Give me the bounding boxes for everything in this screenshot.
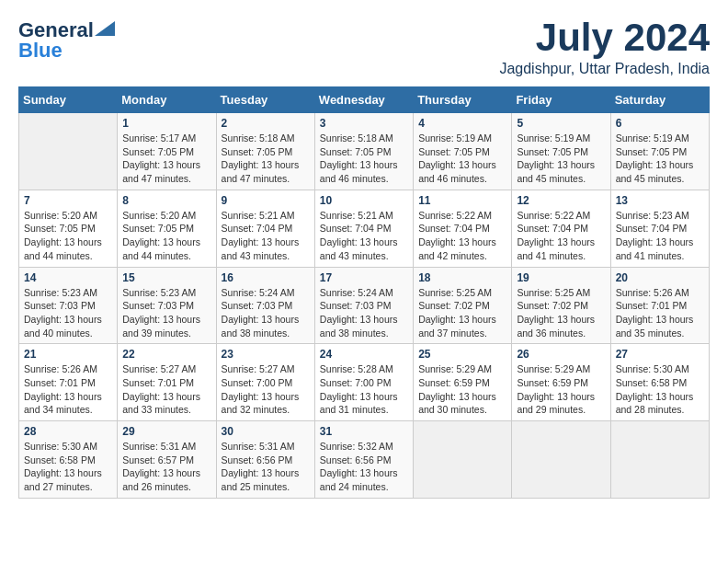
day-number: 24 [320, 348, 408, 361]
cell-w5-d5 [414, 421, 512, 499]
cell-w2-d5: 11 Sunrise: 5:22 AMSunset: 7:04 PMDaylig… [414, 190, 512, 267]
day-number: 22 [122, 348, 210, 361]
cell-w4-d3: 23 Sunrise: 5:27 AMSunset: 7:00 PMDaylig… [216, 344, 314, 421]
day-number: 31 [320, 425, 408, 438]
cell-w2-d6: 12 Sunrise: 5:22 AMSunset: 7:04 PMDaylig… [512, 190, 610, 267]
col-wednesday: Wednesday [314, 87, 413, 113]
day-info: Sunrise: 5:24 AMSunset: 7:03 PMDaylight:… [320, 287, 398, 339]
day-number: 6 [616, 117, 704, 130]
day-number: 13 [616, 194, 704, 207]
day-number: 9 [222, 194, 310, 207]
title-area: July 2024 Jagdishpur, Uttar Pradesh, Ind… [499, 18, 710, 77]
day-info: Sunrise: 5:21 AMSunset: 7:04 PMDaylight:… [320, 210, 398, 261]
week-row-4: 21 Sunrise: 5:26 AMSunset: 7:01 PMDaylig… [19, 344, 710, 421]
cell-w2-d3: 9 Sunrise: 5:21 AMSunset: 7:04 PMDayligh… [216, 190, 314, 267]
day-number: 16 [222, 271, 310, 284]
day-number: 19 [517, 271, 605, 284]
cell-w1-d3: 2 Sunrise: 5:18 AMSunset: 7:05 PMDayligh… [216, 113, 314, 190]
day-info: Sunrise: 5:26 AMSunset: 7:01 PMDaylight:… [616, 287, 694, 339]
cell-w1-d7: 6 Sunrise: 5:19 AMSunset: 7:05 PMDayligh… [610, 113, 709, 190]
day-info: Sunrise: 5:23 AMSunset: 7:03 PMDaylight:… [122, 287, 200, 339]
day-info: Sunrise: 5:19 AMSunset: 7:05 PMDaylight:… [517, 132, 595, 184]
col-sunday: Sunday [19, 87, 118, 113]
day-info: Sunrise: 5:30 AMSunset: 6:58 PMDaylight:… [24, 441, 102, 492]
cell-w3-d7: 20 Sunrise: 5:26 AMSunset: 7:01 PMDaylig… [610, 267, 709, 344]
calendar-table: Sunday Monday Tuesday Wednesday Thursday… [18, 86, 710, 499]
day-info: Sunrise: 5:24 AMSunset: 7:03 PMDaylight:… [222, 287, 300, 339]
cell-w5-d3: 30 Sunrise: 5:31 AMSunset: 6:56 PMDaylig… [216, 421, 314, 499]
cell-w4-d4: 24 Sunrise: 5:28 AMSunset: 7:00 PMDaylig… [314, 344, 413, 421]
week-row-1: 1 Sunrise: 5:17 AMSunset: 7:05 PMDayligh… [19, 113, 710, 190]
cell-w3-d2: 15 Sunrise: 5:23 AMSunset: 7:03 PMDaylig… [118, 267, 216, 344]
day-number: 25 [418, 348, 506, 361]
cell-w3-d1: 14 Sunrise: 5:23 AMSunset: 7:03 PMDaylig… [19, 267, 118, 344]
cell-w4-d2: 22 Sunrise: 5:27 AMSunset: 7:01 PMDaylig… [118, 344, 216, 421]
day-info: Sunrise: 5:25 AMSunset: 7:02 PMDaylight:… [517, 287, 595, 339]
cell-w1-d6: 5 Sunrise: 5:19 AMSunset: 7:05 PMDayligh… [512, 113, 610, 190]
location-subtitle: Jagdishpur, Uttar Pradesh, India [499, 61, 710, 77]
day-number: 8 [122, 194, 210, 207]
cell-w5-d4: 31 Sunrise: 5:32 AMSunset: 6:56 PMDaylig… [314, 421, 413, 499]
day-info: Sunrise: 5:31 AMSunset: 6:57 PMDaylight:… [122, 441, 200, 492]
svg-marker-0 [95, 21, 115, 36]
day-info: Sunrise: 5:21 AMSunset: 7:04 PMDaylight:… [222, 210, 300, 261]
day-number: 5 [517, 117, 605, 130]
day-number: 17 [320, 271, 408, 284]
week-row-3: 14 Sunrise: 5:23 AMSunset: 7:03 PMDaylig… [19, 267, 710, 344]
day-info: Sunrise: 5:28 AMSunset: 7:00 PMDaylight:… [320, 363, 398, 415]
day-info: Sunrise: 5:18 AMSunset: 7:05 PMDaylight:… [222, 132, 300, 184]
day-number: 15 [122, 271, 210, 284]
cell-w1-d2: 1 Sunrise: 5:17 AMSunset: 7:05 PMDayligh… [118, 113, 216, 190]
calendar-header-row: Sunday Monday Tuesday Wednesday Thursday… [19, 87, 710, 113]
day-number: 1 [122, 117, 210, 130]
day-info: Sunrise: 5:32 AMSunset: 6:56 PMDaylight:… [320, 441, 398, 492]
cell-w2-d1: 7 Sunrise: 5:20 AMSunset: 7:05 PMDayligh… [19, 190, 118, 267]
day-info: Sunrise: 5:27 AMSunset: 7:00 PMDaylight:… [222, 363, 300, 415]
cell-w2-d7: 13 Sunrise: 5:23 AMSunset: 7:04 PMDaylig… [610, 190, 709, 267]
logo: General Blue [18, 18, 115, 63]
day-number: 28 [24, 425, 112, 438]
day-info: Sunrise: 5:23 AMSunset: 7:03 PMDaylight:… [24, 287, 102, 339]
day-info: Sunrise: 5:18 AMSunset: 7:05 PMDaylight:… [320, 132, 398, 184]
month-year-title: July 2024 [499, 18, 710, 57]
day-info: Sunrise: 5:26 AMSunset: 7:01 PMDaylight:… [24, 363, 102, 415]
day-info: Sunrise: 5:19 AMSunset: 7:05 PMDaylight:… [616, 132, 694, 184]
cell-w4-d7: 27 Sunrise: 5:30 AMSunset: 6:58 PMDaylig… [610, 344, 709, 421]
cell-w1-d5: 4 Sunrise: 5:19 AMSunset: 7:05 PMDayligh… [414, 113, 512, 190]
day-number: 21 [24, 348, 112, 361]
day-info: Sunrise: 5:17 AMSunset: 7:05 PMDaylight:… [122, 132, 200, 184]
cell-w1-d1 [19, 113, 118, 190]
day-number: 7 [24, 194, 112, 207]
col-thursday: Thursday [414, 87, 512, 113]
day-number: 20 [616, 271, 704, 284]
day-number: 23 [222, 348, 310, 361]
day-info: Sunrise: 5:29 AMSunset: 6:59 PMDaylight:… [418, 363, 496, 415]
day-info: Sunrise: 5:23 AMSunset: 7:04 PMDaylight:… [616, 210, 694, 261]
day-number: 2 [222, 117, 310, 130]
day-info: Sunrise: 5:25 AMSunset: 7:02 PMDaylight:… [418, 287, 496, 339]
day-info: Sunrise: 5:22 AMSunset: 7:04 PMDaylight:… [517, 210, 595, 261]
col-tuesday: Tuesday [216, 87, 314, 113]
cell-w2-d2: 8 Sunrise: 5:20 AMSunset: 7:05 PMDayligh… [118, 190, 216, 267]
col-monday: Monday [118, 87, 216, 113]
day-number: 12 [517, 194, 605, 207]
day-info: Sunrise: 5:19 AMSunset: 7:05 PMDaylight:… [418, 132, 496, 184]
page-header: General Blue July 2024 Jagdishpur, Uttar… [18, 18, 710, 77]
cell-w5-d7 [610, 421, 709, 499]
logo-blue: Blue [18, 39, 63, 63]
cell-w4-d6: 26 Sunrise: 5:29 AMSunset: 6:59 PMDaylig… [512, 344, 610, 421]
col-friday: Friday [512, 87, 610, 113]
day-info: Sunrise: 5:20 AMSunset: 7:05 PMDaylight:… [122, 210, 200, 261]
day-info: Sunrise: 5:22 AMSunset: 7:04 PMDaylight:… [418, 210, 496, 261]
cell-w2-d4: 10 Sunrise: 5:21 AMSunset: 7:04 PMDaylig… [314, 190, 413, 267]
day-number: 27 [616, 348, 704, 361]
day-info: Sunrise: 5:31 AMSunset: 6:56 PMDaylight:… [222, 441, 300, 492]
day-number: 10 [320, 194, 408, 207]
cell-w5-d1: 28 Sunrise: 5:30 AMSunset: 6:58 PMDaylig… [19, 421, 118, 499]
day-number: 26 [517, 348, 605, 361]
cell-w4-d1: 21 Sunrise: 5:26 AMSunset: 7:01 PMDaylig… [19, 344, 118, 421]
day-info: Sunrise: 5:27 AMSunset: 7:01 PMDaylight:… [122, 363, 200, 415]
week-row-2: 7 Sunrise: 5:20 AMSunset: 7:05 PMDayligh… [19, 190, 710, 267]
cell-w5-d2: 29 Sunrise: 5:31 AMSunset: 6:57 PMDaylig… [118, 421, 216, 499]
cell-w4-d5: 25 Sunrise: 5:29 AMSunset: 6:59 PMDaylig… [414, 344, 512, 421]
